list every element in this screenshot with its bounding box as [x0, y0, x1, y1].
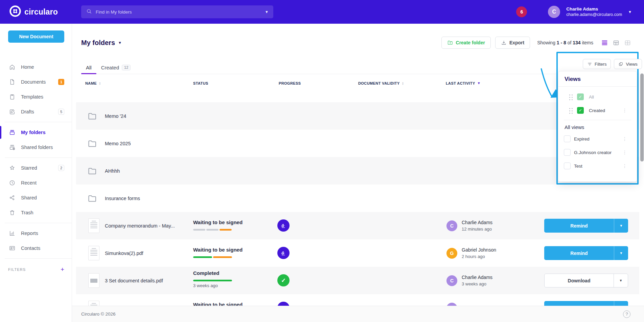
view-checkbox[interactable]	[564, 149, 571, 156]
trash-icon	[9, 209, 16, 216]
sidebar-item-reports[interactable]: Reports	[0, 226, 72, 241]
activity-time: 2 hours ago	[462, 254, 485, 259]
notification-badge[interactable]: 6	[516, 6, 527, 17]
folder-row[interactable]: Memo 2025	[76, 130, 639, 157]
help-icon[interactable]: ?	[623, 310, 630, 318]
download-button[interactable]: Download ▼	[544, 274, 628, 287]
tab-created[interactable]: Created 12	[96, 61, 136, 74]
topbar-right: 6 C Charlie Adams charlie.adams@circular…	[516, 0, 632, 24]
user-meta: Charlie Adams charlie.adams@circularo.co…	[566, 6, 622, 18]
create-folder-button[interactable]: Create folder	[441, 37, 491, 49]
view-checkbox[interactable]: ✓	[577, 93, 584, 100]
activity-time: 3 weeks ago	[462, 281, 486, 286]
list-view-icon[interactable]	[601, 39, 608, 46]
folder-icon	[87, 111, 97, 121]
progress-bar	[193, 280, 232, 281]
view-checkbox[interactable]	[564, 135, 571, 142]
completed-check-icon: ✓	[277, 274, 290, 286]
action-dropdown-caret-icon[interactable]: ▼	[614, 219, 628, 233]
row-name: Memo 2025	[105, 130, 192, 157]
sidebar-item-label: Contacts	[21, 245, 40, 251]
sidebar-item-shared[interactable]: Shared	[0, 190, 72, 205]
column-header-document-validity[interactable]: DOCUMENT VALIDITY ▲▼	[358, 81, 404, 85]
all-views-list: Expired⋮G.Johnson creator⋮Test⋮	[558, 132, 637, 173]
home-icon	[9, 64, 16, 70]
kebab-menu-icon[interactable]: ⋮	[622, 136, 627, 142]
search-placeholder: Find in My folders	[96, 9, 132, 15]
view-checkbox[interactable]: ✓	[577, 107, 584, 114]
brand[interactable]: circularo	[9, 0, 58, 24]
sidebar-item-trash[interactable]: Trash	[0, 205, 72, 220]
column-header-status[interactable]: STATUS	[193, 81, 208, 85]
views-button[interactable]: Views	[614, 59, 642, 69]
drag-handle-icon[interactable]	[569, 94, 573, 100]
divider	[564, 120, 631, 120]
user-menu-caret-icon[interactable]: ▼	[628, 10, 632, 14]
views-icon	[618, 62, 623, 67]
view-checkbox[interactable]	[564, 163, 571, 169]
user-avatar[interactable]: C	[548, 6, 560, 18]
remind-button[interactable]: Remind ▼	[544, 219, 628, 233]
view-item-expired[interactable]: Expired⋮	[558, 132, 637, 146]
export-button[interactable]: Export	[495, 37, 530, 49]
new-document-button[interactable]: New Document	[8, 30, 64, 43]
column-header-name[interactable]: NAME ▲▼	[85, 81, 101, 85]
sidebar-item-documents[interactable]: Documents1	[0, 74, 72, 89]
kebab-menu-icon[interactable]: ⋮	[622, 108, 627, 113]
search-scope-caret-icon[interactable]: ▼	[265, 10, 269, 14]
sidebar-nav: HomeDocuments1TemplatesDrafts5My folders…	[0, 60, 72, 256]
remind-button[interactable]: Remind ▼	[544, 246, 628, 260]
status-cell: Waiting to be signed	[193, 212, 271, 239]
activity-name: Charlie Adams	[462, 219, 492, 226]
add-filter-plus-icon[interactable]: +	[61, 266, 64, 273]
page-title[interactable]: My folders ▼	[81, 39, 122, 47]
sidebar-item-recent[interactable]: Recent	[0, 175, 72, 190]
count-badge: 1	[58, 79, 64, 85]
filters-button[interactable]: Filters	[583, 59, 611, 69]
popover-buttons: Filters Views	[583, 59, 642, 69]
sidebar-item-label: Shared folders	[21, 145, 53, 150]
page-title-text: My folders	[81, 39, 115, 47]
view-item-g.johnson-creator[interactable]: G.Johnson creator⋮	[558, 146, 637, 159]
views-panel-heading: Views	[558, 71, 637, 87]
folder-icon	[87, 166, 97, 175]
document-row[interactable]: Simunkova(2).pdf Waiting to be signed G …	[76, 239, 639, 267]
search-input[interactable]: Find in My folders ▼	[81, 5, 273, 18]
sidebar-item-label: Trash	[21, 210, 33, 215]
sidebar-item-drafts[interactable]: Drafts5	[0, 104, 72, 119]
sidebar-item-starred[interactable]: Starred2	[0, 160, 72, 175]
view-item-test[interactable]: Test⋮	[558, 159, 637, 173]
all-views-label: All views	[558, 123, 637, 132]
folder-row[interactable]: AHhhh	[76, 157, 639, 185]
pinned-views-list: ✓All✓Created⋮	[558, 87, 637, 117]
header-actions: Create folder Export Showing 1 - 8 of 13…	[441, 37, 631, 49]
sidebar-item-templates[interactable]: Templates	[0, 89, 72, 104]
table-view-icon[interactable]	[613, 39, 620, 46]
view-item-all[interactable]: ✓All	[558, 90, 637, 104]
column-header-last-activity[interactable]: LAST ACTIVITY ▼	[446, 81, 481, 85]
action-dropdown-caret-icon[interactable]: ▼	[614, 246, 628, 260]
action-dropdown-caret-icon[interactable]: ▼	[614, 274, 628, 287]
tabs: All Created 12	[81, 61, 639, 74]
kebab-menu-icon[interactable]: ⋮	[622, 163, 627, 169]
action-button-label: Remind	[544, 246, 614, 260]
folder-row[interactable]: Insurance forms	[76, 185, 639, 212]
sidebar-item-label: Home	[21, 64, 34, 70]
table-header: NAME ▲▼ STATUS PROGRESS DOCUMENT VALIDIT…	[76, 81, 639, 89]
scrollbar-thumb[interactable]	[640, 73, 644, 162]
shared-folders-icon	[9, 144, 16, 151]
tab-all[interactable]: All	[81, 61, 96, 74]
document-row[interactable]: 3 Set document details.pdf Completed 3 w…	[76, 267, 639, 294]
folder-row[interactable]: Memo '24	[76, 102, 639, 130]
document-row[interactable]: Company memorandum - May... Waiting to b…	[76, 212, 639, 239]
kebab-menu-icon[interactable]: ⋮	[622, 150, 627, 155]
grid-view-icon[interactable]	[624, 39, 631, 46]
sidebar-item-shared-folders[interactable]: Shared folders	[0, 140, 72, 155]
column-header-progress[interactable]: PROGRESS	[279, 81, 301, 85]
sidebar-item-my-folders[interactable]: My folders	[0, 125, 72, 140]
row-name: Simunkova(2).pdf	[105, 239, 192, 267]
sidebar-item-home[interactable]: Home	[0, 60, 72, 74]
sidebar-item-contacts[interactable]: Contacts	[0, 241, 72, 256]
drag-handle-icon[interactable]	[569, 107, 573, 114]
view-item-created[interactable]: ✓Created⋮	[558, 104, 637, 117]
